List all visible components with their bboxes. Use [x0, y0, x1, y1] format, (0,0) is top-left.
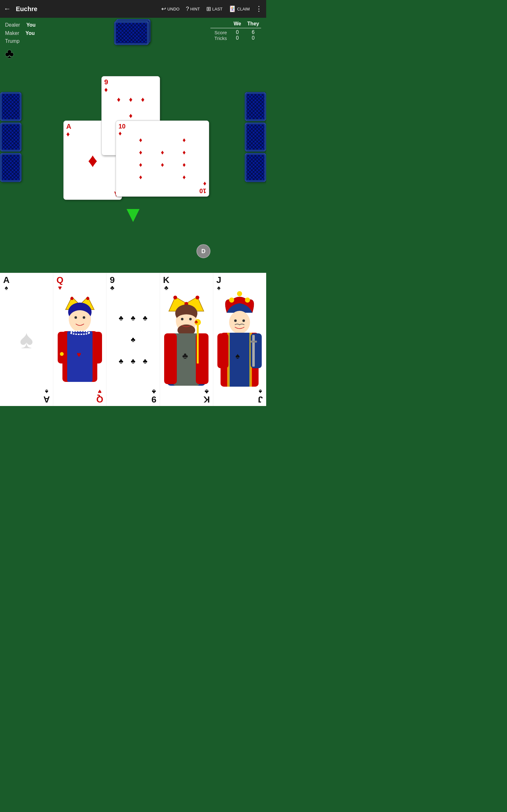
svg-point-20 — [195, 296, 199, 299]
nine-corner-top: 9♦ — [104, 78, 108, 94]
ten-corner-top: 10♦ — [118, 123, 125, 137]
svg-rect-8 — [58, 332, 67, 363]
svg-rect-48 — [250, 341, 257, 343]
hand-card-king-clubs[interactable]: K ♣ — [160, 273, 213, 406]
svg-point-25 — [181, 318, 183, 320]
svg-point-2 — [70, 297, 73, 300]
claim-button[interactable]: 🃏 CLAIM — [227, 4, 251, 14]
ten-corner-bottom: 10♦ — [199, 181, 206, 194]
svg-text:♠: ♠ — [235, 351, 240, 361]
last-button[interactable]: ⊞ LAST — [205, 4, 225, 14]
claim-icon: 🃏 — [229, 5, 236, 12]
they-score: 6 — [245, 30, 261, 35]
hint-button[interactable]: ? HINT — [184, 4, 202, 14]
svg-point-14 — [74, 316, 77, 319]
svg-point-18 — [173, 296, 177, 299]
svg-point-38 — [229, 311, 250, 334]
svg-rect-9 — [93, 332, 102, 363]
undo-label: UNDO — [167, 7, 179, 11]
claim-label: CLAIM — [237, 7, 250, 11]
svg-rect-45 — [217, 334, 228, 368]
svg-point-15 — [83, 316, 85, 319]
hand-card-jack-spades[interactable]: J ♠ — [213, 273, 266, 406]
svg-text:♣: ♣ — [194, 319, 198, 324]
svg-point-26 — [189, 318, 192, 320]
ace-rank: A — [3, 275, 9, 285]
player-hand: A ♠ ♠ A ♠ Q ♥ — [0, 273, 266, 406]
svg-point-36 — [237, 291, 242, 296]
last-icon: ⊞ — [206, 5, 211, 12]
game-info: Dealer You Maker You Trump ♣ — [0, 18, 95, 64]
svg-text:♣: ♣ — [182, 351, 188, 361]
ace-suit: ♠ — [5, 285, 8, 291]
king-clubs-illustration: ♣ ♣ — [163, 291, 210, 389]
maker-value: You — [25, 29, 35, 38]
maker-label: Maker — [5, 29, 19, 38]
tricks-label: Tricks — [210, 36, 229, 41]
right-player-cards — [245, 92, 266, 182]
svg-point-39 — [234, 319, 237, 322]
play-area: 9♦ ♦ ♦ ♦ ♦ ♦ ♦ ♦ 9♦ A♦ ♦ A♦ 10♦ — [57, 76, 209, 190]
green-arrow: ▼ — [122, 203, 144, 225]
svg-rect-47 — [252, 335, 255, 367]
score-table: We They Score 0 6 Tricks 0 0 — [210, 21, 261, 41]
dealer-label: Dealer — [5, 21, 20, 29]
jack-spades-illustration: ♠ — [216, 291, 263, 389]
ace-center-suit: ♠ — [20, 325, 33, 354]
trump-label: Trump — [5, 37, 20, 45]
hint-icon: ? — [186, 6, 189, 12]
svg-rect-31 — [197, 322, 199, 363]
dealer-value: You — [26, 21, 36, 29]
they-header: They — [245, 21, 261, 27]
svg-point-35 — [229, 298, 234, 303]
more-button[interactable]: ⋮ — [256, 5, 262, 13]
we-score: 0 — [229, 30, 245, 35]
undo-button[interactable]: ↩ UNDO — [159, 4, 181, 14]
played-card-ten[interactable]: 10♦ ♦ ♦ ♦ ♦ ♦ ♦ ♦ ♦ ♦ ♦ 10♦ — [116, 120, 209, 197]
svg-point-11 — [60, 352, 64, 356]
hand-card-queen-hearts[interactable]: Q ♥ — [53, 273, 107, 406]
we-header: We — [229, 21, 245, 27]
opponent-top-cards — [114, 19, 152, 46]
queen-hearts-illustration: ♥ — [56, 291, 104, 389]
trump-suit: ♣ — [5, 46, 90, 61]
dealer-badge: D — [196, 244, 210, 258]
hand-card-nine-clubs[interactable]: 9 ♣ ♣ ♣ ♣ ♣ ♣ ♣ ♣ 9 ♣ — [107, 273, 160, 406]
they-tricks: 0 — [245, 35, 261, 41]
score-label: Score — [210, 30, 229, 35]
last-label: LAST — [212, 7, 223, 11]
svg-point-4 — [86, 297, 89, 300]
opponent-card-2 — [114, 21, 149, 45]
left-player-cards — [0, 92, 21, 182]
undo-icon: ↩ — [161, 5, 166, 12]
svg-point-37 — [245, 298, 250, 303]
app-title: Euchre — [16, 5, 157, 13]
svg-text:♥: ♥ — [77, 350, 81, 359]
hand-card-ace-spades[interactable]: A ♠ ♠ A ♠ — [0, 273, 53, 406]
topbar: ← Euchre ↩ UNDO ? HINT ⊞ LAST 🃏 CLAIM ⋮ — [0, 0, 266, 18]
back-button[interactable]: ← — [4, 5, 11, 13]
hint-label: HINT — [190, 7, 200, 11]
ace-corner-top: A♦ — [66, 123, 71, 138]
svg-rect-29 — [164, 334, 177, 384]
svg-point-40 — [242, 319, 245, 322]
we-tricks: 0 — [229, 35, 245, 41]
